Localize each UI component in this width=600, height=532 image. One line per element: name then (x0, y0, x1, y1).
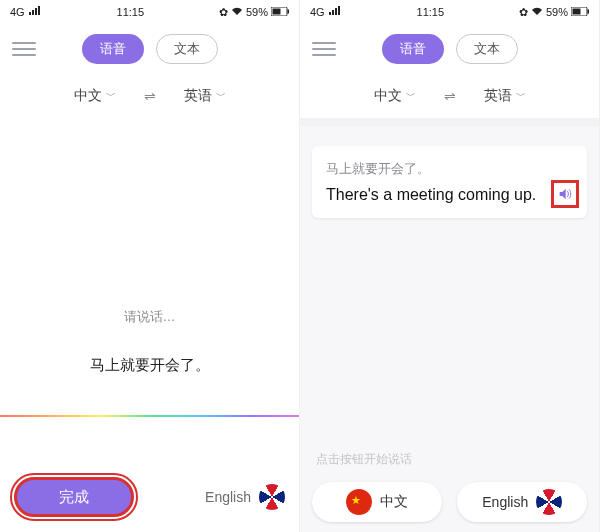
signal-icon (328, 6, 342, 18)
language-selector: 中文 ﹀ ⇌ 英语 ﹀ (300, 74, 599, 118)
english-label: English (205, 489, 251, 505)
signal-label: 4G (10, 6, 25, 18)
swap-icon[interactable]: ⇌ (444, 88, 456, 104)
status-bar: 4G 11:15 ✿ 59% (300, 0, 599, 24)
svg-rect-2 (288, 10, 290, 14)
english-indicator[interactable]: English (205, 484, 285, 510)
battery-icon (571, 6, 589, 18)
chip-cn-label: 中文 (380, 493, 408, 511)
result-panel: 马上就要开会了。 There's a meeting coming up. 点击… (300, 126, 599, 532)
chevron-down-icon: ﹀ (406, 89, 416, 103)
signal-label: 4G (310, 6, 325, 18)
done-button[interactable]: 完成 (14, 477, 134, 517)
from-language-label: 中文 (74, 87, 102, 105)
wifi-icon (531, 6, 543, 18)
app-header: 语音 文本 (300, 24, 599, 74)
screenshot-result: 4G 11:15 ✿ 59% 语音 文本 中文 ﹀ ⇌ (300, 0, 600, 532)
screenshot-recording: 4G 11:15 ✿ 59% 语音 文本 中文 ﹀ ⇌ (0, 0, 300, 532)
from-language[interactable]: 中文 ﹀ (74, 87, 116, 105)
to-language-label: 英语 (184, 87, 212, 105)
tab-voice[interactable]: 语音 (382, 34, 444, 64)
clock: 11:15 (117, 6, 145, 18)
waveform (0, 415, 299, 417)
signal-icon (28, 6, 42, 18)
speaker-icon (557, 186, 573, 202)
speak-chinese-button[interactable]: 中文 (312, 482, 442, 522)
dnd-icon: ✿ (219, 6, 228, 19)
app-header: 语音 文本 (0, 24, 299, 74)
tab-text[interactable]: 文本 (156, 34, 218, 64)
to-language[interactable]: 英语 ﹀ (184, 87, 226, 105)
dnd-icon: ✿ (519, 6, 528, 19)
speak-english-button[interactable]: English (457, 482, 587, 522)
chevron-down-icon: ﹀ (106, 89, 116, 103)
chip-en-label: English (482, 494, 528, 510)
status-bar: 4G 11:15 ✿ 59% (0, 0, 299, 24)
tab-voice[interactable]: 语音 (82, 34, 144, 64)
menu-icon[interactable] (312, 37, 336, 61)
cn-flag-icon (346, 489, 372, 515)
battery-label: 59% (246, 6, 268, 18)
uk-flag-icon (536, 489, 562, 515)
target-text: There's a meeting coming up. (326, 186, 575, 204)
divider (300, 118, 599, 126)
voice-language-buttons: 中文 English (300, 472, 599, 532)
from-language-label: 中文 (374, 87, 402, 105)
battery-label: 59% (546, 6, 568, 18)
wifi-icon (231, 6, 243, 18)
uk-flag-icon (259, 484, 285, 510)
clock: 11:15 (417, 6, 445, 18)
swap-icon[interactable]: ⇌ (144, 88, 156, 104)
from-language[interactable]: 中文 ﹀ (374, 87, 416, 105)
language-selector: 中文 ﹀ ⇌ 英语 ﹀ (0, 74, 299, 118)
battery-icon (271, 6, 289, 18)
speak-hint: 点击按钮开始说话 (300, 447, 599, 472)
source-text: 马上就要开会了。 (326, 160, 575, 178)
play-audio-button[interactable] (551, 180, 579, 208)
recognized-text: 马上就要开会了。 (0, 356, 299, 375)
chevron-down-icon: ﹀ (216, 89, 226, 103)
recording-panel: 请说话… 马上就要开会了。 完成 English (0, 118, 299, 532)
svg-rect-1 (273, 9, 281, 15)
tab-text[interactable]: 文本 (456, 34, 518, 64)
to-language-label: 英语 (484, 87, 512, 105)
chevron-down-icon: ﹀ (516, 89, 526, 103)
speak-prompt: 请说话… (0, 308, 299, 326)
svg-rect-4 (573, 9, 581, 15)
to-language[interactable]: 英语 ﹀ (484, 87, 526, 105)
translation-card: 马上就要开会了。 There's a meeting coming up. (312, 146, 587, 218)
menu-icon[interactable] (12, 37, 36, 61)
svg-rect-5 (588, 10, 590, 14)
